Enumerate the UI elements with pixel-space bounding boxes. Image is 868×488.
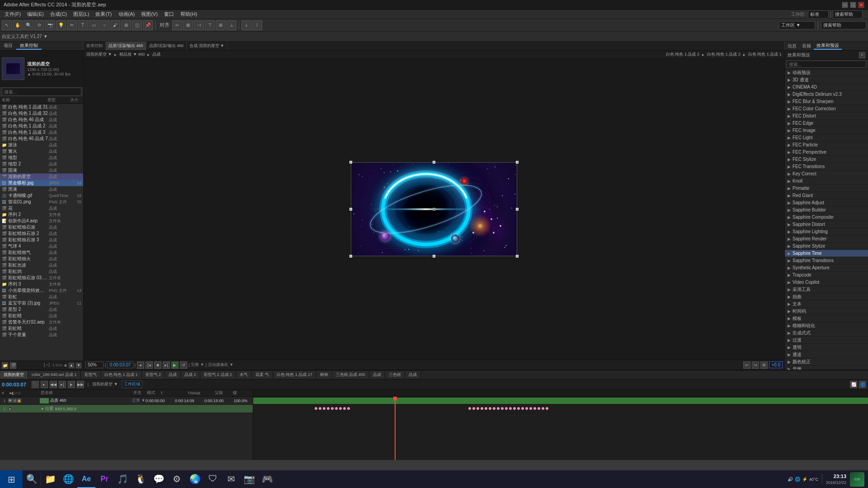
effects-category-2[interactable]: ▶CINEMA 4D bbox=[785, 84, 868, 91]
handle-tl[interactable] bbox=[349, 161, 352, 164]
table-row[interactable]: 1 👁 ⊙ 🔒 品质 460 正常 ▼ 0:00:00:00 0:00:14:0… bbox=[0, 397, 253, 405]
project-item-1[interactable]: 🎬白色 纯色 1 品成 32品成 bbox=[0, 110, 83, 117]
fps-display[interactable]: +0.0 bbox=[769, 361, 783, 368]
effects-category-30[interactable]: ▶采用工具 bbox=[785, 286, 868, 293]
taskbar-file-explorer[interactable]: 📁 bbox=[41, 471, 59, 488]
taskbar-mail[interactable]: ✉ bbox=[222, 471, 240, 488]
search-input-box[interactable]: 搜索帮助 bbox=[821, 21, 866, 29]
timeline-tab-3[interactable]: 白色 纯色 1 品成 1 bbox=[101, 371, 142, 379]
keyframe-8[interactable] bbox=[343, 407, 346, 410]
taskbar-search[interactable]: 🔍 bbox=[23, 471, 41, 488]
project-item-26[interactable]: 🎬彩虹鸽品成 bbox=[0, 268, 83, 275]
timeline-tab-5[interactable]: 品成 bbox=[165, 371, 181, 379]
handle-br[interactable] bbox=[516, 255, 519, 258]
project-item-36[interactable]: 🎬千个星量品成 bbox=[0, 332, 83, 338]
layer-expand-2[interactable]: ▸ bbox=[8, 407, 12, 411]
taskbar-ae[interactable]: Ae bbox=[77, 471, 95, 488]
effects-category-36[interactable]: ▶生成式式 bbox=[785, 329, 868, 337]
tl-btn-5[interactable]: |▸ bbox=[68, 381, 75, 388]
menu-edit[interactable]: 编辑(E) bbox=[24, 10, 47, 19]
taskbar-media-player[interactable]: 🎵 bbox=[113, 471, 132, 488]
effects-category-8[interactable]: ▶FEC Image bbox=[785, 127, 868, 134]
handle-bl[interactable] bbox=[349, 255, 352, 258]
tl-btn-2[interactable]: ▸ bbox=[41, 381, 48, 388]
tool-zoom[interactable]: 🔍 bbox=[24, 20, 33, 30]
menu-comp[interactable]: 合成(C) bbox=[47, 10, 70, 19]
distribute-h[interactable]: ⫰ bbox=[241, 20, 251, 30]
search-help-box[interactable]: 搜索帮助 bbox=[833, 10, 863, 19]
project-item-16[interactable]: 🎬花品成 bbox=[0, 205, 83, 211]
render-queue-tab-1[interactable]: 效果控制 bbox=[84, 42, 106, 50]
effects-category-15[interactable]: ▶Knoll bbox=[785, 178, 868, 185]
preview-stop[interactable]: ■ bbox=[154, 361, 161, 369]
comp-tab-2[interactable]: 品质/渲染/输出 460 bbox=[146, 42, 187, 50]
effects-category-27[interactable]: ▶Synthetic Aperture bbox=[785, 264, 868, 272]
tool-pen[interactable]: ✏ bbox=[67, 20, 77, 30]
effects-panel-menu[interactable]: ≡ bbox=[859, 52, 865, 58]
menu-view[interactable]: 视图(V) bbox=[138, 10, 160, 19]
handle-tr[interactable] bbox=[516, 161, 519, 164]
effects-category-16[interactable]: ▶Primatte bbox=[785, 185, 868, 192]
project-item-23[interactable]: 🎬彩虹蜡烛气品成 bbox=[0, 249, 83, 256]
keyframe-27[interactable] bbox=[538, 407, 540, 410]
project-item-31[interactable]: 🖼蓝宝宇宙 (3).jpgJPEG11 bbox=[0, 300, 83, 306]
keyframe-13[interactable] bbox=[481, 407, 483, 410]
keyframe-14[interactable] bbox=[485, 407, 487, 410]
align-top[interactable]: ⊤ bbox=[205, 20, 215, 30]
timeline-tab-8[interactable]: 水气 bbox=[236, 371, 252, 379]
project-item-27[interactable]: 🎬彩虹蜡烛石游 03.aep文件夹 bbox=[0, 275, 83, 281]
keyframe-21[interactable] bbox=[513, 407, 516, 410]
comp-tab-active[interactable]: 品质/渲染/输出 465 bbox=[106, 42, 146, 50]
keyframe-15[interactable] bbox=[489, 407, 491, 410]
effects-category-0[interactable]: ▶动画预设 bbox=[785, 69, 868, 76]
expand-btn[interactable] bbox=[64, 364, 67, 367]
menu-file[interactable]: 文件(F) bbox=[2, 10, 24, 19]
distribute-v[interactable]: ⫱ bbox=[252, 20, 262, 30]
keyframe-10[interactable] bbox=[468, 407, 471, 410]
project-item-22[interactable]: 🎬气球 4品成 bbox=[0, 243, 83, 249]
effects-category-14[interactable]: ▶Key Correct bbox=[785, 170, 868, 178]
timeline-tab-1[interactable]: color_196-940.avi 品成 1 bbox=[28, 371, 81, 379]
timeline-tab-14[interactable]: 三色框 bbox=[385, 371, 405, 379]
tool-select[interactable]: ↖ bbox=[2, 20, 12, 30]
timeline-tab-10[interactable]: 白色 纯色 1 品成 17 bbox=[273, 371, 316, 379]
project-item-0[interactable]: 🎬白色 纯色 1 品成 31品成 bbox=[0, 104, 83, 110]
menu-help[interactable]: 帮助(H) bbox=[178, 10, 200, 19]
taskbar-settings[interactable]: ⚙ bbox=[168, 471, 186, 488]
keyframe-1[interactable] bbox=[315, 407, 317, 410]
project-item-19[interactable]: 🎬彩虹蜡烛石游品成 bbox=[0, 224, 83, 230]
tl-btn-1[interactable]: ⬛ bbox=[32, 381, 39, 388]
start-button[interactable]: ⊞ bbox=[0, 470, 23, 488]
timeline-tab-6[interactable]: 品成 2 bbox=[181, 371, 200, 379]
effects-category-10[interactable]: ▶FEC Particle bbox=[785, 141, 868, 149]
taskbar-browser2[interactable]: 🌏 bbox=[186, 471, 204, 488]
effects-category-39[interactable]: ▶通道 bbox=[785, 351, 868, 358]
zoom-selector[interactable]: 50% bbox=[85, 361, 104, 368]
timeline-tab-13[interactable]: 品成 bbox=[369, 371, 385, 379]
menu-window[interactable]: 窗口 bbox=[161, 10, 177, 19]
keyframe-19[interactable] bbox=[505, 407, 508, 410]
project-item-33[interactable]: 🎬彩虹蜡品成 bbox=[0, 313, 83, 319]
project-item-6[interactable]: 📁游泳品成 bbox=[0, 142, 83, 148]
effects-category-35[interactable]: ▶模糊和锐化 bbox=[785, 322, 868, 329]
project-item-28[interactable]: 📁序列 3文件夹 bbox=[0, 281, 83, 287]
keyframe-6[interactable] bbox=[335, 407, 338, 410]
preview-play[interactable]: ▶ bbox=[171, 361, 179, 369]
align-right[interactable]: ⊣ bbox=[194, 20, 204, 30]
project-item-21[interactable]: 🎬彩虹蜡烛石游 3品成 bbox=[0, 237, 83, 243]
taskbar-premiere[interactable]: Pr bbox=[95, 471, 113, 488]
tl-btn-play[interactable]: ▶▶ bbox=[77, 381, 84, 388]
frame-back[interactable]: ↩ bbox=[743, 361, 750, 369]
workspace-selector[interactable]: 标准 bbox=[808, 10, 829, 19]
effects-category-12[interactable]: ▶FEC Stylize bbox=[785, 156, 868, 163]
timeline-tab-12[interactable]: 三色框 品成 455 bbox=[332, 371, 369, 379]
project-item-5[interactable]: 🎬白色 纯色 46 品成 7品成 bbox=[0, 136, 83, 142]
timeline-playhead[interactable] bbox=[395, 397, 396, 460]
project-item-24[interactable]: 🎬彩虹蜡烛火品成 bbox=[0, 256, 83, 262]
effects-category-18[interactable]: ▶Sapphire Adjust bbox=[785, 199, 868, 206]
effects-control-tab[interactable]: 效果控制 bbox=[16, 42, 42, 50]
frame-fwd[interactable]: ↪ bbox=[752, 361, 759, 369]
effects-category-13[interactable]: ▶FEC Transitions bbox=[785, 163, 868, 170]
timeline-tab-7[interactable]: 彩型气 2 品成 2 bbox=[200, 371, 236, 379]
table-row[interactable]: 2 ▸ ▸ 位置 849.5,360.0 bbox=[0, 405, 253, 413]
